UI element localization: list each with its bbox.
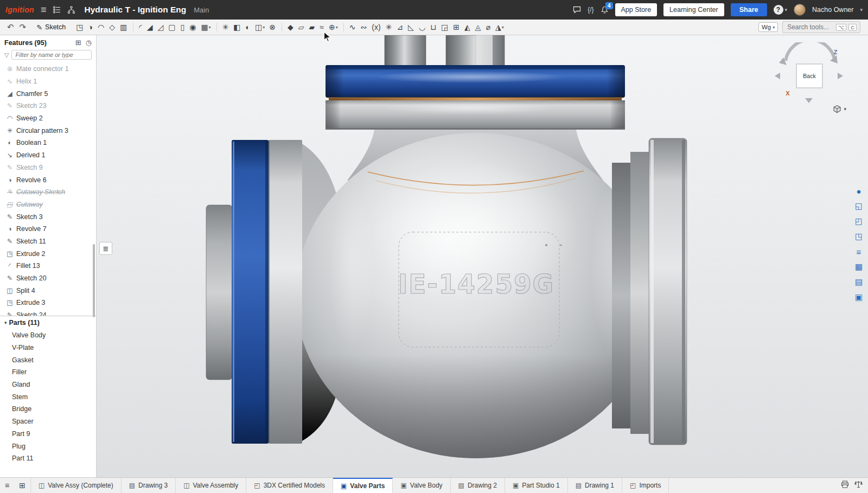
hole-icon[interactable]: ◉ <box>188 22 198 32</box>
hamburger-menu-icon[interactable]: ≡ <box>41 4 47 16</box>
help-icon[interactable]: ? <box>774 5 783 15</box>
document-tab[interactable]: ◫ Valve Assembly <box>176 478 246 493</box>
tab-menu-icon[interactable]: ≡ <box>0 478 14 493</box>
corner-icon[interactable]: ◲ <box>439 22 450 32</box>
approve-part-icon[interactable]: ▣ <box>852 291 865 304</box>
fan-icon[interactable]: ✳ <box>384 22 394 32</box>
bonnet-studs[interactable] <box>385 35 505 68</box>
print-icon[interactable] <box>841 481 849 490</box>
panel-scrollbar-thumb[interactable] <box>93 244 95 317</box>
view-cube-face-label[interactable]: Back <box>803 73 816 79</box>
feature-item[interactable]: ◑ Revolve 6 <box>0 174 96 186</box>
feature-item[interactable]: ◐ Boolean 1 <box>0 137 96 149</box>
workspace-units-dropdown[interactable]: Wg ▾ <box>758 22 778 32</box>
document-tab[interactable]: ▣ Part Studio 1 <box>505 478 568 493</box>
valve-model[interactable]: IE-14259G <box>206 35 687 458</box>
part-item[interactable]: V-Plate <box>0 342 96 354</box>
thicken-icon[interactable]: ▥ <box>118 22 129 32</box>
part-item[interactable]: Plug <box>0 440 96 452</box>
feature-item[interactable]: ⊕ Mate connector 1 <box>0 63 96 75</box>
document-tab[interactable]: ▣ Valve Body <box>393 478 450 493</box>
feature-item[interactable]: ✳ Circular pattern 3 <box>0 124 96 137</box>
user-avatar[interactable] <box>794 4 806 16</box>
branch-workflow-icon[interactable] <box>67 6 75 14</box>
insert-part-icon[interactable]: ▦ <box>852 260 865 273</box>
valve-model-canvas[interactable]: IE-14259G <box>97 35 868 477</box>
help-menu[interactable]: ? ▾ <box>774 5 788 15</box>
feature-item[interactable]: ◳ Cutaway <box>0 199 96 211</box>
bonnet-flange[interactable] <box>326 100 625 130</box>
document-tab[interactable]: ▤ Drawing 2 <box>451 478 505 493</box>
engraved-part-number[interactable]: IE-14259G <box>398 268 554 300</box>
feature-item[interactable]: ∿ Helix 1 <box>0 75 96 88</box>
orbit-sphere-icon[interactable]: ● <box>852 184 865 197</box>
feature-item[interactable]: ✎ Sketch 3 <box>0 210 96 223</box>
shell-icon[interactable]: ▢ <box>167 22 177 32</box>
feature-item[interactable]: ◢ Chamfer 5 <box>0 87 96 100</box>
search-tools-box[interactable]: ⌥ C <box>782 21 860 33</box>
pan-left-arrow[interactable] <box>775 73 780 79</box>
feature-item[interactable]: ◫ Split 4 <box>0 284 96 297</box>
part-item[interactable]: Valve Body <box>0 329 96 342</box>
part-settings-icon[interactable]: ◳ <box>852 230 865 243</box>
feature-item[interactable]: ◠ Sweep 2 <box>0 112 96 125</box>
duplicate-part-icon[interactable]: ◰ <box>852 215 865 228</box>
frame-icon[interactable]: ⊞ <box>451 22 462 32</box>
sep[interactable] <box>282 23 282 31</box>
share-button[interactable]: Share <box>731 3 767 16</box>
sep[interactable] <box>216 23 217 31</box>
feature-filter-input[interactable] <box>11 50 92 60</box>
chamfer-icon[interactable]: ◢ <box>145 22 155 32</box>
bonnet-gasket[interactable] <box>328 97 623 100</box>
insert-feature-icon[interactable]: ⊞ <box>75 39 81 47</box>
3d-viewport[interactable]: IE-14259G <box>97 35 868 477</box>
spline-icon[interactable]: ∾ <box>359 22 369 32</box>
mate-connector-icon[interactable]: ⊕ ▾ <box>327 22 340 32</box>
search-tools-input[interactable] <box>786 23 834 31</box>
part-item[interactable]: Part 9 <box>0 428 96 440</box>
split-icon[interactable]: ◫ ▾ <box>253 22 266 32</box>
notifications-bell-icon[interactable]: 4 <box>601 6 609 14</box>
part-item[interactable]: Part 11 <box>0 452 96 465</box>
extrude-icon[interactable]: ◳ <box>74 22 85 32</box>
parts-header[interactable]: ▾ Parts (11) <box>0 316 96 329</box>
variable-icon[interactable]: (x) <box>370 22 382 32</box>
rotate-arc-arrow[interactable] <box>786 42 834 61</box>
part-item[interactable]: Gland <box>0 379 96 391</box>
document-tab[interactable]: ◰ 3DX Certified Models <box>246 478 333 493</box>
part-item[interactable]: Spacer <box>0 415 96 428</box>
redo-button[interactable]: ↷ <box>17 22 29 32</box>
part-item[interactable]: Gasket <box>0 354 96 366</box>
chat-icon[interactable] <box>573 6 581 14</box>
weldment-icon[interactable]: ◬ <box>474 22 483 32</box>
top-flange[interactable] <box>326 65 625 98</box>
measure-icon[interactable]: ⌀ <box>484 22 493 32</box>
feature-item[interactable]: ✎ Sketch 24 <box>0 309 96 316</box>
view-mode-dropdown[interactable]: ▾ <box>833 105 846 113</box>
versions-icon[interactable] <box>53 6 61 14</box>
part-item[interactable]: Bridge <box>0 403 96 415</box>
gusset-icon[interactable]: ◭ <box>463 22 473 32</box>
mass-properties-scale-icon[interactable] <box>854 481 863 490</box>
delete-part-icon[interactable]: ⊗ <box>267 22 278 32</box>
sep[interactable] <box>133 23 133 31</box>
move-face-icon[interactable]: ▱ <box>297 22 307 32</box>
bend-icon[interactable]: ◡ <box>417 22 427 32</box>
linear-pattern-icon[interactable]: ▦ ▾ <box>199 22 212 32</box>
fillet-icon[interactable]: ◜ <box>137 22 144 32</box>
user-menu-chevron-icon[interactable]: ▾ <box>860 7 863 12</box>
feature-item[interactable]: ✎ Cutaway Sketch <box>0 186 96 199</box>
feature-item[interactable]: ✎ Sketch 11 <box>0 235 96 248</box>
export-part-icon[interactable]: ◱ <box>852 200 865 213</box>
rib-icon[interactable]: ▯ <box>178 22 187 32</box>
sketch-button[interactable]: ✎ Sketch <box>32 22 70 33</box>
feature-item[interactable]: ◜ Fillet 13 <box>0 260 96 272</box>
offset-surface-icon[interactable]: ≈ <box>318 22 326 32</box>
transform-icon[interactable]: ◆ <box>286 22 296 32</box>
section-icon[interactable]: ◮ ▾ <box>494 22 506 32</box>
company-logo[interactable]: Ignition <box>5 5 34 14</box>
feature-item[interactable]: ↘ Derived 1 <box>0 149 96 162</box>
tab-tool-icon[interactable]: ⊔ <box>429 22 438 32</box>
document-tab[interactable]: ◰ Imports <box>622 478 669 493</box>
compare-part-icon[interactable]: ▤ <box>852 276 865 289</box>
